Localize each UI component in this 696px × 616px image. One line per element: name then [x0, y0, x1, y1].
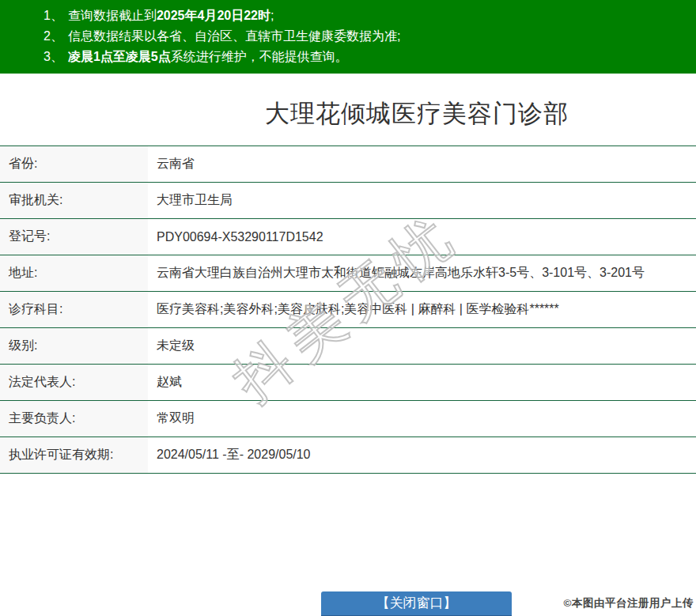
row-value: 常双明	[148, 401, 696, 437]
notice-line-number: 2、	[44, 29, 63, 43]
row-label: 主要负责人:	[0, 401, 148, 437]
row-value: 赵斌	[148, 365, 696, 401]
row-value: 云南省	[148, 146, 696, 183]
table-row-province: 省份: 云南省	[0, 146, 696, 183]
row-label: 法定代表人:	[0, 365, 148, 401]
row-value: 云南省大理白族自治州大理市太和街道钜融城左岸高地乐水轩3-5号、3-101号、3…	[148, 255, 696, 292]
notice-text-bold: 凌晨1点至凌晨5点	[68, 50, 171, 63]
row-value: 大理市卫生局	[148, 183, 696, 219]
notice-line-2: 2、信息数据结果以各省、自治区、直辖市卫生健康委数据为准;	[44, 26, 688, 47]
notice-line-number: 1、	[44, 9, 63, 22]
notice-text: 查询数据截止到	[68, 9, 157, 22]
table-row-registration-number: 登记号: PDY00694-X53290117D1542	[0, 219, 696, 255]
page-title: 大理花倾城医疗美容门诊部	[69, 100, 696, 128]
row-value: 未定级	[148, 328, 696, 365]
notice-text: ;	[270, 9, 274, 22]
notice-text: 信息数据结果以各省、自治区、直辖市卫生健康委数据为准;	[68, 29, 400, 43]
row-label: 审批机关:	[0, 183, 148, 219]
table-row-person-in-charge: 主要负责人: 常双明	[0, 401, 696, 437]
notice-line-3: 3、凌晨1点至凌晨5点系统进行维护，不能提供查询。	[44, 47, 688, 67]
table-row-approval-authority: 审批机关: 大理市卫生局	[0, 183, 696, 219]
table-row-address: 地址: 云南省大理白族自治州大理市太和街道钜融城左岸高地乐水轩3-5号、3-10…	[0, 255, 696, 292]
close-window-button[interactable]: 【关闭窗口】	[321, 591, 512, 616]
notice-text: 系统进行维护，不能提供查询。	[171, 50, 348, 63]
row-label: 省份:	[0, 146, 148, 183]
row-label: 登记号:	[0, 219, 148, 255]
table-row-license-validity: 执业许可证有效期: 2024/05/11 -至- 2029/05/10	[0, 437, 696, 474]
copyright-watermark: ©本图由平台注册用户上传	[564, 596, 694, 610]
notice-line-1: 1、查询数据截止到2025年4月20日22时;	[44, 6, 688, 26]
table-row-legal-representative: 法定代表人: 赵斌	[0, 365, 696, 401]
row-label: 诊疗科目:	[0, 292, 148, 328]
row-label: 地址:	[0, 255, 148, 292]
row-value: 医疗美容科;美容外科;美容皮肤科;美容中医科 | 麻醉科 | 医学检验科****…	[148, 292, 696, 328]
row-value: 2024/05/11 -至- 2029/05/10	[148, 437, 696, 474]
institution-info-table: 省份: 云南省 审批机关: 大理市卫生局 登记号: PDY00694-X5329…	[0, 145, 696, 474]
table-row-departments: 诊疗科目: 医疗美容科;美容外科;美容皮肤科;美容中医科 | 麻醉科 | 医学检…	[0, 292, 696, 328]
row-label: 执业许可证有效期:	[0, 437, 148, 474]
row-value: PDY00694-X53290117D1542	[148, 219, 696, 255]
table-row-level: 级别: 未定级	[0, 328, 696, 365]
notice-banner: 1、查询数据截止到2025年4月20日22时; 2、信息数据结果以各省、自治区、…	[0, 0, 696, 74]
row-label: 级别:	[0, 328, 148, 365]
notice-line-number: 3、	[44, 50, 63, 63]
notice-text-bold: 2025年4月20日22时	[157, 9, 270, 22]
